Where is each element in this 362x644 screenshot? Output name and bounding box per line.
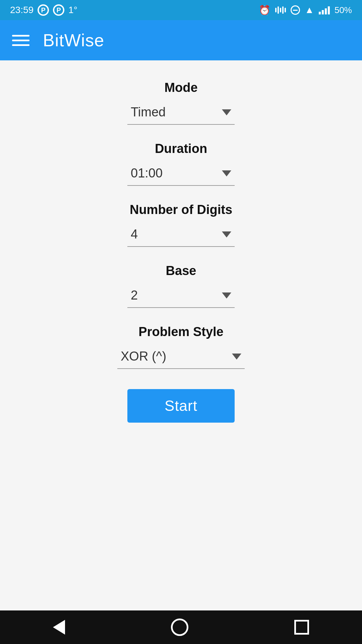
problem-style-chevron-down-icon bbox=[232, 354, 241, 360]
signal-icon bbox=[319, 6, 330, 14]
problem-style-value: XOR (^) bbox=[121, 349, 166, 364]
nav-back-button[interactable] bbox=[53, 620, 65, 635]
duration-chevron-down-icon bbox=[222, 170, 231, 176]
status-temp: 1° bbox=[68, 5, 77, 15]
battery-icon: 50% bbox=[335, 5, 352, 15]
start-button[interactable]: Start bbox=[127, 389, 235, 423]
main-content: Mode Timed Duration 01:00 Number of Digi… bbox=[0, 60, 362, 610]
base-group: Base 2 bbox=[64, 264, 298, 308]
status-left: 23:59 P P 1° bbox=[10, 4, 77, 16]
duration-group: Duration 01:00 bbox=[64, 142, 298, 186]
alarm-icon: ⏰ bbox=[259, 5, 270, 16]
base-value: 2 bbox=[131, 288, 138, 303]
number-of-digits-value: 4 bbox=[131, 227, 138, 241]
hamburger-menu-icon[interactable] bbox=[12, 35, 29, 46]
base-chevron-down-icon bbox=[222, 292, 231, 299]
base-select[interactable]: 2 bbox=[127, 285, 235, 308]
form-container: Mode Timed Duration 01:00 Number of Digi… bbox=[64, 80, 298, 423]
duration-select[interactable]: 01:00 bbox=[127, 163, 235, 186]
nav-bar bbox=[0, 610, 362, 644]
p-icon-1: P bbox=[38, 4, 49, 16]
nav-recents-button[interactable] bbox=[294, 620, 309, 635]
mode-select[interactable]: Timed bbox=[127, 102, 235, 125]
vibrate-icon bbox=[275, 6, 286, 14]
mode-value: Timed bbox=[131, 105, 166, 119]
mode-chevron-down-icon bbox=[222, 109, 231, 115]
wifi-icon: ▲ bbox=[305, 5, 314, 15]
app-bar: BitWise bbox=[0, 20, 362, 60]
duration-label: Duration bbox=[155, 142, 207, 156]
duration-value: 01:00 bbox=[131, 166, 163, 180]
number-of-digits-select[interactable]: 4 bbox=[127, 224, 235, 247]
back-icon bbox=[53, 620, 65, 635]
recents-icon bbox=[294, 620, 309, 635]
home-icon bbox=[171, 619, 188, 636]
mode-group: Mode Timed bbox=[64, 80, 298, 125]
battery-percentage: 50% bbox=[335, 5, 352, 15]
app-title: BitWise bbox=[43, 30, 104, 50]
number-of-digits-chevron-down-icon bbox=[222, 231, 231, 237]
number-of-digits-label: Number of Digits bbox=[130, 203, 232, 217]
base-label: Base bbox=[166, 264, 196, 278]
status-right: ⏰ ▲ 50% bbox=[259, 5, 352, 16]
problem-style-select[interactable]: XOR (^) bbox=[117, 346, 245, 369]
status-time: 23:59 bbox=[10, 5, 34, 15]
status-bar: 23:59 P P 1° ⏰ ▲ 50% bbox=[0, 0, 362, 20]
nav-home-button[interactable] bbox=[171, 619, 188, 636]
p-icon-2: P bbox=[53, 4, 64, 16]
dnd-icon bbox=[291, 5, 300, 15]
problem-style-label: Problem Style bbox=[138, 325, 223, 339]
number-of-digits-group: Number of Digits 4 bbox=[64, 203, 298, 247]
problem-style-group: Problem Style XOR (^) bbox=[64, 325, 298, 369]
mode-label: Mode bbox=[164, 80, 197, 95]
